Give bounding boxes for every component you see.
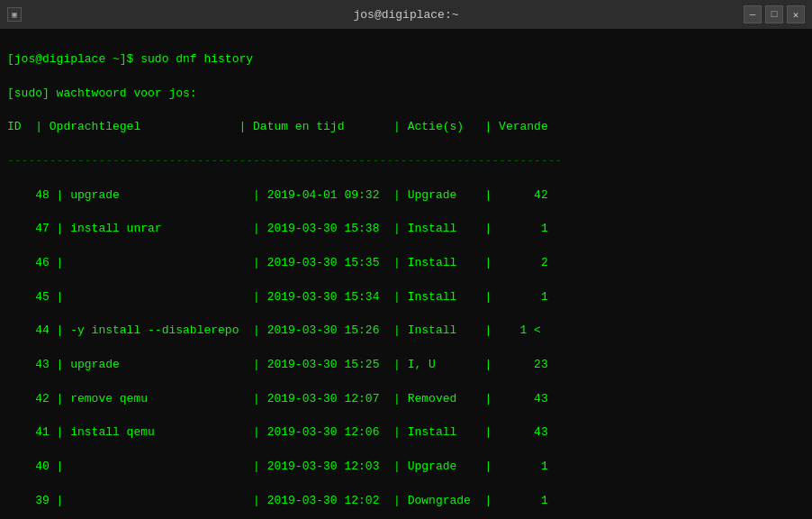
- close-button[interactable]: ✕: [787, 5, 805, 23]
- terminal-line: 45 | | 2019-03-30 15:34 | Install | 1: [7, 289, 805, 306]
- terminal-line: 40 | | 2019-03-30 12:03 | Upgrade | 1: [7, 459, 805, 476]
- terminal-line: 46 | | 2019-03-30 15:35 | Install | 2: [7, 255, 805, 272]
- terminal-line: 47 | install unrar | 2019-03-30 15:38 | …: [7, 221, 805, 238]
- terminal-line: ----------------------------------------…: [7, 153, 805, 170]
- terminal-line: 41 | install qemu | 2019-03-30 12:06 | I…: [7, 424, 805, 442]
- titlebar-title: jos@digiplace:~: [353, 8, 458, 22]
- titlebar-left: ▣: [7, 7, 22, 22]
- titlebar-controls: — □ ✕: [744, 5, 805, 23]
- titlebar: ▣ jos@digiplace:~ — □ ✕: [0, 0, 812, 29]
- terminal-line: 44 | -y install --disablerepo | 2019-03-…: [7, 323, 805, 340]
- terminal-line: 39 | | 2019-03-30 12:02 | Downgrade | 1: [7, 493, 805, 510]
- terminal-line: ID | Opdrachtlegel | Datum en tijd | Act…: [7, 119, 805, 136]
- terminal-line: [jos@digiplace ~]$ sudo dnf history: [7, 51, 805, 68]
- minimize-button[interactable]: —: [744, 5, 762, 23]
- terminal-window: ▣ jos@digiplace:~ — □ ✕ [jos@digiplace ~…: [0, 0, 812, 519]
- maximize-button[interactable]: □: [765, 5, 783, 23]
- terminal-output: [jos@digiplace ~]$ sudo dnf history [sud…: [0, 29, 812, 519]
- terminal-line: 48 | upgrade | 2019-04-01 09:32 | Upgrad…: [7, 187, 805, 205]
- terminal-icon: ▣: [7, 7, 22, 22]
- terminal-line: 43 | upgrade | 2019-03-30 15:25 | I, U |…: [7, 357, 805, 374]
- terminal-line: [sudo] wachtwoord voor jos:: [7, 86, 805, 103]
- terminal-line: 42 | remove qemu | 2019-03-30 12:07 | Re…: [7, 391, 805, 408]
